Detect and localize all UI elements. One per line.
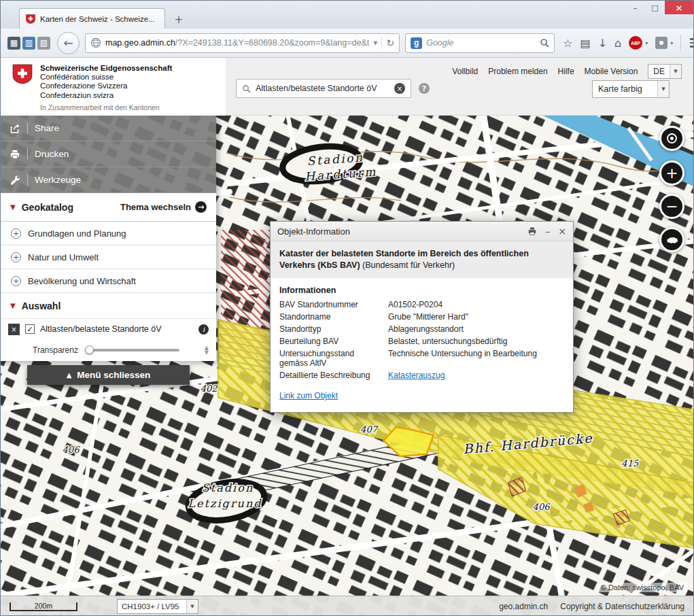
- tools-label: Werkzeuge: [35, 175, 81, 185]
- projection-select[interactable]: CH1903+ / LV95 ▼: [117, 599, 198, 614]
- addon-caret-icon[interactable]: ▾: [670, 40, 673, 46]
- link-problem-melden[interactable]: Problem melden: [488, 67, 547, 76]
- footer-links: geo.admin.ch Copyright & Datenschutzerkl…: [499, 602, 684, 611]
- browser-toolbar: ▦ ▥ ▧ ← map.geo.admin.ch/?X=249138.11&Y=…: [1, 29, 693, 58]
- url-bar[interactable]: map.geo.admin.ch/?X=249138.11&Y=680698.2…: [85, 33, 400, 53]
- map-search-input[interactable]: [256, 84, 389, 93]
- geolocate-button[interactable]: [659, 126, 684, 151]
- geocatalog-header[interactable]: ▼ Geokatalog Thema wechseln →: [1, 193, 216, 222]
- sidebar-item-tools[interactable]: Werkzeuge: [1, 167, 216, 193]
- close-menu-button[interactable]: ▲ Menü schliessen: [27, 365, 190, 385]
- popup-subtitle-normal: (Bundesamt für Verkehr): [362, 260, 455, 270]
- footer-site-link[interactable]: geo.admin.ch: [499, 602, 548, 611]
- change-theme-link[interactable]: Thema wechseln →: [120, 201, 207, 213]
- google-favicon[interactable]: g: [411, 37, 422, 49]
- transparency-slider[interactable]: [86, 349, 179, 352]
- checkmark-icon: ✓: [27, 326, 33, 333]
- chevron-down-icon[interactable]: ▼: [657, 81, 669, 97]
- switzerland-overview-button[interactable]: [659, 227, 684, 252]
- bookmark-star-icon[interactable]: ☆: [563, 37, 572, 50]
- chevron-down-icon[interactable]: ▼: [670, 65, 681, 78]
- org-line-fr: Confédération suisse: [40, 73, 172, 82]
- zoom-out-button[interactable]: −: [659, 194, 684, 219]
- expand-icon[interactable]: +: [11, 228, 21, 239]
- info-label: Untersuchungsstand gemäss AltlV: [279, 349, 383, 368]
- cadastre-extract-link[interactable]: Katasterauszug: [388, 371, 445, 380]
- arrow-right-icon: →: [195, 201, 207, 213]
- popup-body: Informationen BAV Standortnummer A01502-…: [271, 278, 573, 412]
- zoom-in-button[interactable]: +: [659, 160, 684, 186]
- search-icon[interactable]: [540, 38, 549, 48]
- url-dropdown-icon[interactable]: ▼: [373, 40, 377, 46]
- info-value: Technische Untersuchung in Bearbeitung: [388, 349, 564, 368]
- menu-icon[interactable]: [689, 35, 694, 50]
- layer-checkbox[interactable]: ✓: [25, 324, 35, 334]
- catalog-item-grundlagen[interactable]: + Grundlagen und Planung: [1, 222, 216, 245]
- org-line-de: Schweizerische Eidgenossenschaft: [40, 64, 172, 73]
- catalog-item-natur[interactable]: + Natur und Umwelt: [1, 245, 216, 269]
- transparency-row: Transparenz ▲ ▼: [1, 339, 216, 361]
- object-link[interactable]: Link zum Objekt: [279, 391, 338, 400]
- browser-search-bar[interactable]: g: [405, 33, 555, 53]
- info-label: Detaillierte Beschreibung: [279, 371, 383, 380]
- downloads-icon[interactable]: ↓: [598, 37, 607, 50]
- popup-header[interactable]: Objekt-Information – ×: [271, 222, 573, 241]
- toolbar-app-icons: ▦ ▥ ▧: [7, 37, 50, 50]
- home-icon[interactable]: ⌂: [614, 37, 621, 50]
- reload-icon[interactable]: ↻: [386, 37, 394, 48]
- browser-search-input[interactable]: [426, 38, 536, 48]
- selection-header[interactable]: ▼ Auswahl: [1, 293, 216, 319]
- triangle-up-icon: ▲: [67, 371, 72, 379]
- toolbar-app-icon-1[interactable]: ▦: [7, 37, 20, 50]
- clear-search-icon[interactable]: ×: [394, 83, 405, 94]
- move-down-icon[interactable]: ▼: [205, 350, 209, 355]
- expand-icon[interactable]: +: [11, 276, 21, 286]
- remove-layer-button[interactable]: ×: [8, 324, 20, 335]
- popup-subtitle: Kataster der belasteten Standorte im Ber…: [271, 241, 573, 278]
- popup-print-icon[interactable]: [527, 226, 537, 236]
- map-style-select[interactable]: Karte farbig ▼: [592, 80, 670, 98]
- label-letzigrund-1: Stadion: [202, 481, 254, 494]
- sidebar-item-print[interactable]: Drucken: [1, 141, 216, 167]
- info-label: BAV Standortnummer: [279, 300, 383, 309]
- window-maximize-button[interactable]: □: [645, 1, 665, 14]
- globe-icon: [90, 37, 101, 48]
- url-text[interactable]: map.geo.admin.ch/?X=249138.11&Y=680698.2…: [105, 38, 369, 48]
- new-tab-button[interactable]: +: [169, 10, 188, 28]
- confederation-logo-block: Schweizerische Eidgenossenschaft Confédé…: [1, 58, 226, 116]
- bookmarks-panel-icon[interactable]: ▤: [580, 37, 591, 50]
- popup-minimize-icon[interactable]: –: [545, 226, 550, 237]
- catalog-item-bevoelkerung[interactable]: + Bevölkerung und Wirtschaft: [1, 269, 216, 293]
- slider-handle[interactable]: [85, 345, 94, 354]
- layer-info-icon[interactable]: i: [198, 324, 209, 335]
- chevron-down-icon[interactable]: ▼: [186, 600, 198, 613]
- sidebar-item-share[interactable]: Share: [1, 116, 216, 141]
- map-search-field[interactable]: ×: [236, 79, 411, 98]
- print-label: Drucken: [35, 149, 69, 159]
- search-help-icon[interactable]: ?: [419, 83, 430, 94]
- toolbar-app-icon-2[interactable]: ▥: [22, 37, 35, 50]
- layer-reorder-icons[interactable]: ▲ ▼: [205, 345, 209, 355]
- info-label: Standorttyp: [279, 324, 383, 334]
- footer-copyright-link[interactable]: Copyright & Datenschutzerklärung: [560, 602, 684, 611]
- expand-icon[interactable]: +: [11, 252, 21, 262]
- window-controls: – □ ×: [625, 1, 693, 14]
- adblock-icon[interactable]: ABP: [629, 36, 642, 50]
- org-line-rm: Confederaziun svizra: [40, 91, 172, 100]
- url-path: /?X=249138.11&Y=680698.20&zoom=9&lang=de…: [175, 38, 369, 48]
- addon-icon[interactable]: [655, 37, 667, 49]
- map-attribution: © Daten: swisstopo, BAV: [597, 583, 687, 592]
- browser-tab[interactable]: Karten der Schweiz - Schweize...: [19, 8, 165, 29]
- link-hilfe[interactable]: Hilfe: [558, 67, 574, 76]
- language-select[interactable]: DE ▼: [648, 64, 682, 79]
- back-button[interactable]: ←: [57, 32, 80, 54]
- link-mobile-version[interactable]: Mobile Version: [585, 67, 638, 76]
- popup-close-icon[interactable]: ×: [558, 226, 566, 237]
- window-minimize-button[interactable]: –: [625, 1, 645, 14]
- toolbar-app-icon-3[interactable]: ▧: [37, 37, 50, 50]
- link-vollbild[interactable]: Vollbild: [452, 67, 478, 76]
- window-close-button[interactable]: ×: [665, 1, 693, 14]
- adblock-caret-icon[interactable]: ▾: [645, 40, 648, 46]
- triangle-down-icon: ▼: [10, 203, 16, 211]
- toolbar-icons: ☆ ▤ ↓ ⌂ ABP ▾ ▾: [563, 35, 694, 51]
